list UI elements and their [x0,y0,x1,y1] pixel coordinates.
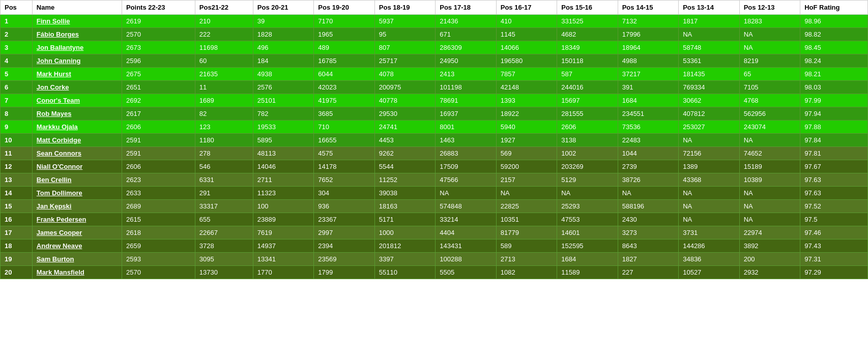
data-cell: 11 [195,81,253,94]
table-row: 17James Cooper26182266776192997100044048… [1,226,868,239]
data-cell: 39 [253,15,313,28]
data-cell: 9262 [374,147,435,160]
data-cell: 26883 [436,147,496,160]
data-cell: 2576 [253,81,313,94]
pos-cell: 2 [1,28,33,41]
player-link[interactable]: Matt Corbidge [37,136,81,144]
data-cell: 569 [496,147,557,160]
player-link[interactable]: Sean Connors [37,149,81,157]
player-link[interactable]: Jan Kępski [37,202,72,210]
table-row: 5Mark Hurst26752163549386044407824137857… [1,68,868,81]
player-link[interactable]: Jon Ballantyne [37,44,83,51]
player-link[interactable]: Sam Burton [37,255,74,263]
player-name-cell: Markku Ojala [32,121,122,134]
player-link[interactable]: James Cooper [37,229,82,236]
data-cell: 8219 [739,54,800,68]
data-cell: 1770 [253,266,313,279]
data-cell: 2157 [496,173,557,187]
data-cell: 184 [253,54,313,68]
table-row: 19Sam Burton2593309513341235693397100288… [1,253,868,266]
data-cell: 2570 [122,28,195,41]
pos-cell: 4 [1,54,33,68]
player-link[interactable]: Tom Dollimore [37,189,82,197]
player-link[interactable]: Mark Mansfield [37,268,84,276]
data-cell: 4938 [253,68,313,81]
table-row: 4John Canning259660184167852571724950196… [1,54,868,68]
data-cell: 98.96 [800,15,868,28]
player-link[interactable]: Conor's Team [37,97,80,104]
data-cell: 29530 [374,107,435,121]
data-cell: 16937 [436,107,496,121]
data-cell: 10527 [679,266,739,279]
data-cell: 1927 [496,134,557,147]
player-link[interactable]: Frank Pedersen [37,216,86,223]
player-link[interactable]: Mark Hurst [37,70,71,78]
table-body: 1Finn Sollie2619210397170593721436410331… [1,15,868,279]
data-cell: 74652 [739,147,800,160]
data-cell: 23569 [314,253,374,266]
player-link[interactable]: Finn Sollie [37,17,70,25]
data-cell: 97.29 [800,266,868,279]
data-cell: 2659 [122,239,195,253]
table-row: 3Jon Ballantyne2673116984964898072863091… [1,41,868,54]
data-cell: 7652 [314,173,374,187]
player-name-cell: Niall O'Connor [32,160,122,173]
table-row: 14Tom Dollimore26332911132330439038NANAN… [1,187,868,200]
data-cell: 59200 [496,160,557,173]
data-cell: NA [739,187,800,200]
player-link[interactable]: Niall O'Connor [37,163,82,170]
player-name-cell: Jon Ballantyne [32,41,122,54]
data-cell: 4078 [374,68,435,81]
data-cell: 2739 [618,160,678,173]
data-cell: 78691 [436,94,496,107]
player-link[interactable]: Markku Ojala [37,123,78,131]
player-link[interactable]: John Canning [37,57,81,65]
data-cell: 33214 [436,213,496,226]
data-cell: 2591 [122,134,195,147]
data-cell: 410 [496,15,557,28]
player-link[interactable]: Fábio Borges [37,31,79,38]
data-cell: 22483 [618,134,678,147]
column-header: Pos 14-15 [618,1,678,15]
player-link[interactable]: Rob Mayes [37,110,72,117]
player-name-cell: Rob Mayes [32,107,122,121]
data-cell: 200975 [374,81,435,94]
data-cell: 97.99 [800,94,868,107]
column-header: Pos [1,1,33,15]
column-header: Pos 15-16 [557,1,618,15]
data-cell: 2689 [122,200,195,213]
data-cell: 1684 [618,94,678,107]
data-cell: 53361 [679,54,739,68]
pos-cell: 11 [1,147,33,160]
data-cell: 1817 [679,15,739,28]
player-link[interactable]: Andrew Neave [37,242,82,250]
data-cell: 5544 [374,160,435,173]
data-cell: NA [679,28,739,41]
data-cell: 25293 [557,200,618,213]
data-cell: 1684 [557,253,618,266]
data-cell: 98.82 [800,28,868,41]
data-cell: 5171 [374,213,435,226]
player-link[interactable]: Jon Corke [37,83,69,91]
data-cell: NA [739,28,800,41]
data-cell: 3095 [195,253,253,266]
data-cell: NA [679,213,739,226]
data-cell: 3685 [314,107,374,121]
data-cell: 17509 [436,160,496,173]
data-cell: 291 [195,187,253,200]
player-link[interactable]: Ben Crellin [37,176,72,184]
data-cell: 15697 [557,94,618,107]
data-cell: 3273 [618,226,678,239]
data-cell: 4988 [618,54,678,68]
data-cell: 7105 [739,81,800,94]
player-name-cell: Finn Sollie [32,15,122,28]
data-cell: 562956 [739,107,800,121]
pos-cell: 12 [1,160,33,173]
table-row: 16Frank Pedersen261565523889233675171332… [1,213,868,226]
data-cell: 671 [436,28,496,41]
data-cell: 95 [374,28,435,41]
data-cell: 16655 [314,134,374,147]
data-cell: 18283 [739,15,800,28]
data-cell: 97.5 [800,213,868,226]
data-cell: 97.88 [800,121,868,134]
